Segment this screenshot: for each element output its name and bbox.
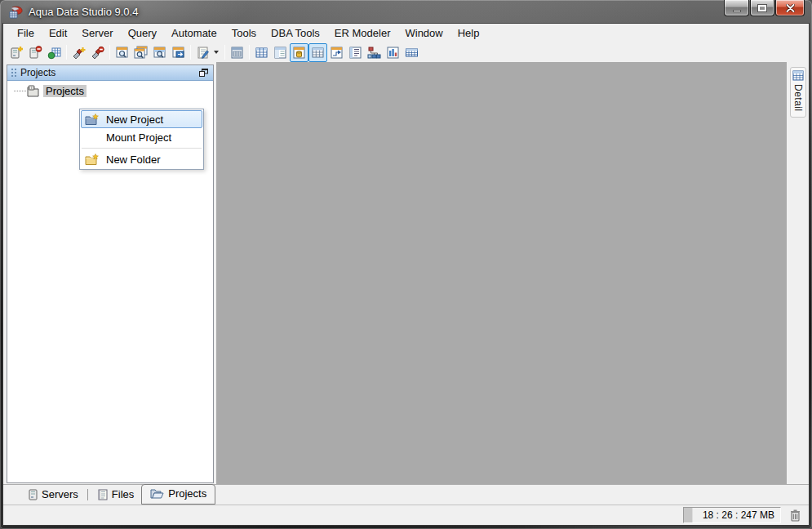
- memory-status-panel: 18 : 26 : 247 MB: [683, 507, 781, 523]
- window-detail-icon: [273, 46, 287, 60]
- toolbar: [3, 42, 809, 62]
- menu-server[interactable]: Server: [74, 24, 120, 42]
- connect-server-button[interactable]: [69, 43, 88, 62]
- server-connections-button[interactable]: [45, 43, 64, 62]
- restore-icon: [758, 5, 766, 11]
- schema-browser-button[interactable]: [228, 43, 246, 62]
- menu-window[interactable]: Window: [397, 24, 450, 42]
- table-grid-button[interactable]: [252, 43, 271, 62]
- panel-grip-icon: [11, 68, 16, 78]
- connect-server-icon: [72, 46, 86, 60]
- menu-er-modeler[interactable]: ER Modeler: [327, 24, 398, 42]
- er-diagram-button[interactable]: [327, 43, 346, 62]
- memory-status-text: 18 : 26 : 247 MB: [693, 509, 780, 521]
- title-bar: Aqua Data Studio 9.0.4: [0, 0, 812, 24]
- tree-node-projects[interactable]: Projects: [7, 83, 213, 98]
- arrange-windows-icon: [171, 46, 185, 60]
- edit-script-button[interactable]: [193, 43, 212, 62]
- query-window-icon: [153, 46, 166, 60]
- projects-panel-title: Projects: [20, 67, 199, 78]
- hierarchy-icon: [367, 46, 381, 60]
- menu-edit[interactable]: Edit: [42, 24, 74, 42]
- app-logo-icon: [9, 6, 24, 19]
- context-menu-label: New Project: [101, 113, 163, 126]
- tab-servers[interactable]: Servers: [21, 486, 86, 505]
- app-window: Aqua Data Studio 9.0.4 File Edit Server …: [0, 0, 812, 529]
- status-bar: 18 : 26 : 247 MB: [3, 505, 809, 525]
- new-folder-icon: [85, 153, 99, 166]
- window-detail-button[interactable]: [271, 43, 290, 62]
- statistics-chart-icon: [386, 46, 400, 60]
- tab-files[interactable]: Files: [90, 486, 141, 505]
- disconnect-server-icon: [91, 46, 104, 60]
- context-menu: New Project Mount Project New Folder: [79, 109, 204, 170]
- status-right-group: 18 : 26 : 247 MB: [683, 505, 809, 525]
- grid-results-icon: [311, 46, 325, 60]
- trash-icon: [790, 509, 801, 522]
- ddl-text-button[interactable]: [346, 43, 365, 62]
- memory-gauge: [684, 508, 693, 522]
- detail-tab[interactable]: Detail: [790, 67, 806, 118]
- project-folder-icon: [26, 85, 40, 97]
- statistics-chart-button[interactable]: [384, 43, 402, 62]
- server-connections-icon: [47, 46, 61, 60]
- float-panel-icon[interactable]: [199, 69, 208, 77]
- hierarchy-button[interactable]: [365, 43, 384, 62]
- menu-tools[interactable]: Tools: [224, 24, 264, 42]
- tree-node-label: Projects: [43, 85, 87, 97]
- tab-files-label: Files: [112, 488, 134, 500]
- menu-dba-tools[interactable]: DBA Tools: [264, 24, 327, 42]
- toolbar-separator: [224, 45, 225, 60]
- database-objects-button[interactable]: [290, 43, 308, 62]
- context-menu-item-new-project[interactable]: New Project: [81, 110, 202, 128]
- window-controls: [723, 0, 805, 16]
- context-menu-separator: [82, 148, 202, 149]
- files-tab-icon: [97, 489, 108, 500]
- wide-table-button[interactable]: [402, 43, 421, 62]
- toolbar-separator: [109, 45, 110, 60]
- menu-file[interactable]: File: [10, 24, 42, 42]
- right-dock-strip: Detail: [787, 62, 809, 484]
- register-server-button[interactable]: [7, 43, 26, 62]
- minimize-button[interactable]: [724, 0, 749, 16]
- query-window-button[interactable]: [150, 43, 169, 62]
- menu-help[interactable]: Help: [450, 24, 487, 42]
- servers-tab-icon: [29, 489, 38, 500]
- projects-tab-icon: [150, 488, 164, 499]
- toolbar-separator: [249, 45, 250, 60]
- tab-projects[interactable]: Projects: [141, 484, 215, 505]
- edit-script-icon: [196, 46, 210, 60]
- restore-button[interactable]: [750, 0, 774, 16]
- garbage-collect-button[interactable]: [781, 509, 809, 522]
- menu-query[interactable]: Query: [121, 24, 164, 42]
- query-analyzer-windows-icon: [134, 46, 148, 60]
- context-menu-label: Mount Project: [101, 131, 171, 144]
- close-icon: [786, 4, 795, 12]
- context-menu-item-mount-project[interactable]: Mount Project: [81, 128, 202, 146]
- client-area: File Edit Server Query Automate Tools DB…: [3, 24, 809, 525]
- remove-server-icon: [29, 46, 42, 60]
- remove-server-button[interactable]: [26, 43, 45, 62]
- tab-servers-label: Servers: [42, 488, 78, 500]
- er-diagram-icon: [330, 46, 344, 60]
- context-menu-item-new-folder[interactable]: New Folder: [81, 150, 202, 168]
- register-server-icon: [10, 46, 24, 60]
- detail-grid-icon: [792, 70, 804, 81]
- disconnect-server-button[interactable]: [88, 43, 107, 62]
- close-button[interactable]: [775, 0, 805, 16]
- query-analyzer-windows-button[interactable]: [131, 43, 150, 62]
- main-content-area: [216, 62, 787, 484]
- arrange-windows-button[interactable]: [169, 43, 188, 62]
- edit-script-dropdown-icon[interactable]: [214, 51, 219, 54]
- window-title: Aqua Data Studio 9.0.4: [29, 6, 138, 18]
- grid-results-button[interactable]: [308, 43, 327, 62]
- menu-automate[interactable]: Automate: [164, 24, 224, 42]
- tab-projects-label: Projects: [168, 487, 206, 500]
- wide-table-icon: [405, 46, 419, 60]
- query-analyzer-button[interactable]: [113, 43, 131, 62]
- new-project-icon: [85, 113, 99, 126]
- minimize-icon: [733, 10, 741, 12]
- tab-separator: [87, 489, 88, 500]
- projects-panel-header[interactable]: Projects: [7, 65, 213, 81]
- schema-browser-icon: [230, 46, 244, 60]
